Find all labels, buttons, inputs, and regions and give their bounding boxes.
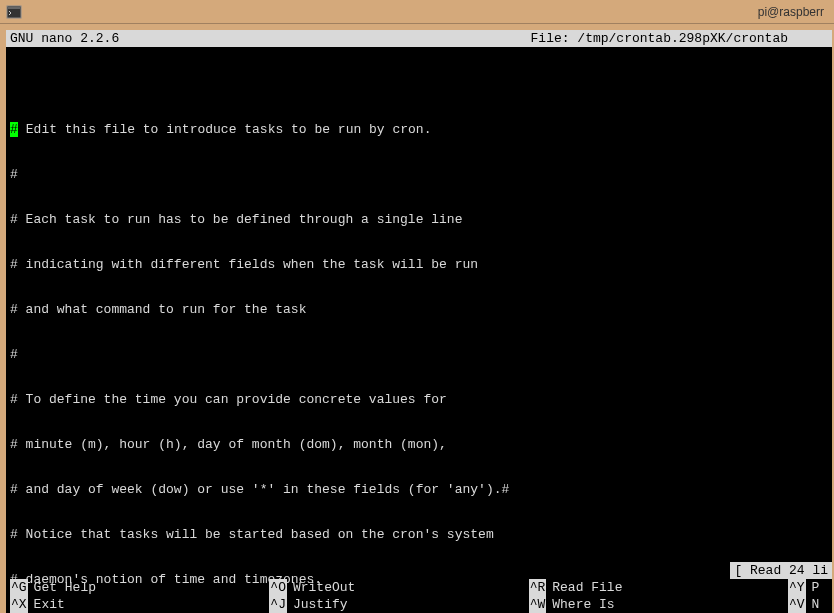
editor-line: # Notice that tasks will be started base… [10, 527, 828, 542]
editor-line [10, 77, 828, 92]
menu-prev-page[interactable]: ^Y P [788, 579, 828, 596]
editor-line: # minute (m), hour (h), day of month (do… [10, 437, 828, 452]
menu-key: ^O [269, 579, 287, 596]
cursor: # [10, 122, 18, 137]
svg-rect-1 [8, 7, 20, 9]
window-title: pi@raspberr [28, 5, 828, 19]
menu-key: ^W [529, 596, 547, 613]
editor-line: # Edit this file to introduce tasks to b… [10, 122, 828, 137]
editor-line: # [10, 167, 828, 182]
menu-label: Justify [293, 596, 348, 613]
menu-next-page[interactable]: ^V N [788, 596, 828, 613]
menu-exit[interactable]: ^X Exit [10, 596, 269, 613]
menu-get-help[interactable]: ^G Get Help [10, 579, 269, 596]
menu-row: ^G Get Help ^O WriteOut ^R Read File ^Y … [10, 579, 828, 596]
editor-content[interactable]: # Edit this file to introduce tasks to b… [6, 47, 832, 613]
editor-line: # [10, 347, 828, 362]
editor-line: # To define the time you can provide con… [10, 392, 828, 407]
nano-file-name: File: /tmp/crontab.298pXK/crontab [119, 30, 828, 47]
editor-line: # indicating with different fields when … [10, 257, 828, 272]
menu-where-is[interactable]: ^W Where Is [529, 596, 788, 613]
menu-label: P [812, 579, 820, 596]
editor-line: # and day of week (dow) or use '*' in th… [10, 482, 828, 497]
menu-label: Get Help [34, 579, 96, 596]
nano-app-name: GNU nano 2.2.6 [10, 30, 119, 47]
menu-label: N [812, 596, 820, 613]
menu-key: ^X [10, 596, 28, 613]
menu-label: WriteOut [293, 579, 355, 596]
menu-justify[interactable]: ^J Justify [269, 596, 528, 613]
menu-key: ^J [269, 596, 287, 613]
menu-label: Where Is [552, 596, 614, 613]
editor-line: # Each task to run has to be defined thr… [10, 212, 828, 227]
menu-key: ^Y [788, 579, 806, 596]
terminal-icon [6, 4, 22, 20]
terminal[interactable]: GNU nano 2.2.6 File: /tmp/crontab.298pXK… [6, 30, 832, 613]
menu-writeout[interactable]: ^O WriteOut [269, 579, 528, 596]
menu-row: ^X Exit ^J Justify ^W Where Is ^V N [10, 596, 828, 613]
status-bar: [ Read 24 li [730, 562, 832, 579]
nano-menu: ^G Get Help ^O WriteOut ^R Read File ^Y … [6, 579, 832, 613]
editor-line: # and what command to run for the task [10, 302, 828, 317]
menu-key: ^V [788, 596, 806, 613]
window-titlebar: pi@raspberr [0, 0, 834, 24]
nano-header: GNU nano 2.2.6 File: /tmp/crontab.298pXK… [6, 30, 832, 47]
menu-label: Read File [552, 579, 622, 596]
menu-key: ^R [529, 579, 547, 596]
menu-label: Exit [34, 596, 65, 613]
menu-read-file[interactable]: ^R Read File [529, 579, 788, 596]
menu-key: ^G [10, 579, 28, 596]
